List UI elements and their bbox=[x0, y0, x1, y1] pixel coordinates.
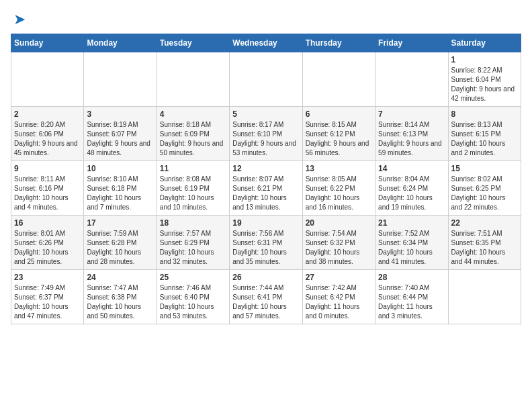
logo: ➤ bbox=[11, 11, 26, 28]
calendar-cell: 3Sunrise: 8:19 AM Sunset: 6:07 PM Daylig… bbox=[84, 107, 157, 161]
calendar-cell: 27Sunrise: 7:42 AM Sunset: 6:42 PM Dayli… bbox=[302, 270, 375, 324]
day-info: Sunrise: 7:51 AM Sunset: 6:35 PM Dayligh… bbox=[451, 229, 518, 267]
day-number: 13 bbox=[306, 164, 372, 173]
calendar-cell: 13Sunrise: 8:05 AM Sunset: 6:22 PM Dayli… bbox=[302, 161, 375, 216]
day-number: 16 bbox=[14, 218, 81, 228]
day-info: Sunrise: 8:19 AM Sunset: 6:07 PM Dayligh… bbox=[87, 120, 153, 158]
weekday-header-wednesday: Wednesday bbox=[230, 34, 302, 52]
day-number: 9 bbox=[14, 164, 81, 173]
day-info: Sunrise: 8:10 AM Sunset: 6:18 PM Dayligh… bbox=[87, 175, 153, 212]
day-info: Sunrise: 8:01 AM Sunset: 6:26 PM Dayligh… bbox=[14, 229, 81, 267]
weekday-header-monday: Monday bbox=[84, 34, 157, 52]
calendar-cell: 21Sunrise: 7:52 AM Sunset: 6:34 PM Dayli… bbox=[375, 216, 448, 270]
logo-bird-icon: ➤ bbox=[13, 11, 26, 28]
day-number: 25 bbox=[160, 273, 226, 282]
day-number: 7 bbox=[378, 109, 445, 119]
day-info: Sunrise: 8:20 AM Sunset: 6:06 PM Dayligh… bbox=[14, 120, 81, 158]
calendar-cell: 28Sunrise: 7:40 AM Sunset: 6:44 PM Dayli… bbox=[375, 270, 448, 324]
calendar-cell: 19Sunrise: 7:56 AM Sunset: 6:31 PM Dayli… bbox=[230, 216, 302, 270]
calendar-cell: 10Sunrise: 8:10 AM Sunset: 6:18 PM Dayli… bbox=[84, 161, 157, 216]
day-info: Sunrise: 8:17 AM Sunset: 6:10 PM Dayligh… bbox=[232, 120, 299, 158]
calendar-cell: 9Sunrise: 8:11 AM Sunset: 6:16 PM Daylig… bbox=[11, 161, 84, 216]
calendar-cell: 14Sunrise: 8:04 AM Sunset: 6:24 PM Dayli… bbox=[375, 161, 448, 216]
calendar-week-row: 1Sunrise: 8:22 AM Sunset: 6:04 PM Daylig… bbox=[11, 52, 521, 107]
calendar-week-row: 2Sunrise: 8:20 AM Sunset: 6:06 PM Daylig… bbox=[11, 107, 521, 161]
day-number: 21 bbox=[378, 218, 445, 228]
day-number: 22 bbox=[451, 218, 518, 228]
day-info: Sunrise: 7:42 AM Sunset: 6:42 PM Dayligh… bbox=[306, 283, 372, 321]
day-info: Sunrise: 8:04 AM Sunset: 6:24 PM Dayligh… bbox=[378, 175, 445, 212]
weekday-header-friday: Friday bbox=[375, 34, 448, 52]
day-info: Sunrise: 7:57 AM Sunset: 6:29 PM Dayligh… bbox=[160, 229, 226, 267]
day-info: Sunrise: 8:15 AM Sunset: 6:12 PM Dayligh… bbox=[306, 120, 372, 158]
day-number: 11 bbox=[160, 164, 226, 173]
calendar-cell bbox=[448, 270, 521, 324]
calendar-cell: 8Sunrise: 8:13 AM Sunset: 6:15 PM Daylig… bbox=[448, 107, 521, 161]
calendar-cell: 26Sunrise: 7:44 AM Sunset: 6:41 PM Dayli… bbox=[230, 270, 302, 324]
day-info: Sunrise: 8:13 AM Sunset: 6:15 PM Dayligh… bbox=[451, 120, 518, 158]
day-number: 26 bbox=[232, 273, 299, 282]
day-info: Sunrise: 7:46 AM Sunset: 6:40 PM Dayligh… bbox=[160, 283, 226, 321]
calendar-table: SundayMondayTuesdayWednesdayThursdayFrid… bbox=[11, 34, 521, 324]
day-number: 4 bbox=[160, 109, 226, 119]
calendar-cell bbox=[230, 52, 302, 107]
calendar-cell: 25Sunrise: 7:46 AM Sunset: 6:40 PM Dayli… bbox=[157, 270, 229, 324]
weekday-header-sunday: Sunday bbox=[11, 34, 84, 52]
day-number: 15 bbox=[451, 164, 518, 173]
calendar-cell bbox=[84, 52, 157, 107]
calendar-cell: 4Sunrise: 8:18 AM Sunset: 6:09 PM Daylig… bbox=[157, 107, 229, 161]
calendar-cell: 16Sunrise: 8:01 AM Sunset: 6:26 PM Dayli… bbox=[11, 216, 84, 270]
day-number: 2 bbox=[14, 109, 81, 119]
day-info: Sunrise: 8:05 AM Sunset: 6:22 PM Dayligh… bbox=[306, 175, 372, 212]
calendar-cell bbox=[375, 52, 448, 107]
day-info: Sunrise: 8:08 AM Sunset: 6:19 PM Dayligh… bbox=[160, 175, 226, 212]
weekday-header-tuesday: Tuesday bbox=[157, 34, 229, 52]
day-info: Sunrise: 7:40 AM Sunset: 6:44 PM Dayligh… bbox=[378, 283, 445, 321]
day-info: Sunrise: 7:59 AM Sunset: 6:28 PM Dayligh… bbox=[87, 229, 153, 267]
day-info: Sunrise: 8:14 AM Sunset: 6:13 PM Dayligh… bbox=[378, 120, 445, 158]
day-number: 3 bbox=[87, 109, 153, 119]
calendar-cell: 12Sunrise: 8:07 AM Sunset: 6:21 PM Dayli… bbox=[230, 161, 302, 216]
day-number: 27 bbox=[306, 273, 372, 282]
weekday-header-thursday: Thursday bbox=[302, 34, 375, 52]
day-info: Sunrise: 8:18 AM Sunset: 6:09 PM Dayligh… bbox=[160, 120, 226, 158]
calendar-week-row: 23Sunrise: 7:49 AM Sunset: 6:37 PM Dayli… bbox=[11, 270, 521, 324]
day-info: Sunrise: 8:07 AM Sunset: 6:21 PM Dayligh… bbox=[232, 175, 299, 212]
calendar-cell: 22Sunrise: 7:51 AM Sunset: 6:35 PM Dayli… bbox=[448, 216, 521, 270]
day-number: 24 bbox=[87, 273, 153, 282]
day-number: 8 bbox=[451, 109, 518, 119]
day-info: Sunrise: 7:56 AM Sunset: 6:31 PM Dayligh… bbox=[232, 229, 299, 267]
day-info: Sunrise: 8:11 AM Sunset: 6:16 PM Dayligh… bbox=[14, 175, 81, 212]
day-number: 10 bbox=[87, 164, 153, 173]
calendar-cell: 15Sunrise: 8:02 AM Sunset: 6:25 PM Dayli… bbox=[448, 161, 521, 216]
day-number: 1 bbox=[451, 55, 518, 64]
calendar-cell bbox=[11, 52, 84, 107]
day-info: Sunrise: 7:47 AM Sunset: 6:38 PM Dayligh… bbox=[87, 283, 153, 321]
day-number: 14 bbox=[378, 164, 445, 173]
day-info: Sunrise: 7:44 AM Sunset: 6:41 PM Dayligh… bbox=[232, 283, 299, 321]
calendar-week-row: 9Sunrise: 8:11 AM Sunset: 6:16 PM Daylig… bbox=[11, 161, 521, 216]
calendar-cell: 11Sunrise: 8:08 AM Sunset: 6:19 PM Dayli… bbox=[157, 161, 229, 216]
calendar-cell: 18Sunrise: 7:57 AM Sunset: 6:29 PM Dayli… bbox=[157, 216, 229, 270]
day-number: 28 bbox=[378, 273, 445, 282]
day-number: 5 bbox=[232, 109, 299, 119]
day-info: Sunrise: 8:02 AM Sunset: 6:25 PM Dayligh… bbox=[451, 175, 518, 212]
calendar-cell: 5Sunrise: 8:17 AM Sunset: 6:10 PM Daylig… bbox=[230, 107, 302, 161]
day-info: Sunrise: 7:54 AM Sunset: 6:32 PM Dayligh… bbox=[306, 229, 372, 267]
calendar-cell: 24Sunrise: 7:47 AM Sunset: 6:38 PM Dayli… bbox=[84, 270, 157, 324]
calendar-cell: 1Sunrise: 8:22 AM Sunset: 6:04 PM Daylig… bbox=[448, 52, 521, 107]
day-info: Sunrise: 8:22 AM Sunset: 6:04 PM Dayligh… bbox=[451, 66, 518, 103]
day-number: 18 bbox=[160, 218, 226, 228]
calendar-cell: 20Sunrise: 7:54 AM Sunset: 6:32 PM Dayli… bbox=[302, 216, 375, 270]
day-info: Sunrise: 7:49 AM Sunset: 6:37 PM Dayligh… bbox=[14, 283, 81, 321]
page-header: ➤ bbox=[11, 11, 521, 28]
weekday-header-row: SundayMondayTuesdayWednesdayThursdayFrid… bbox=[11, 34, 521, 52]
day-number: 17 bbox=[87, 218, 153, 228]
calendar-cell: 2Sunrise: 8:20 AM Sunset: 6:06 PM Daylig… bbox=[11, 107, 84, 161]
calendar-cell: 23Sunrise: 7:49 AM Sunset: 6:37 PM Dayli… bbox=[11, 270, 84, 324]
calendar-cell: 7Sunrise: 8:14 AM Sunset: 6:13 PM Daylig… bbox=[375, 107, 448, 161]
day-number: 19 bbox=[232, 218, 299, 228]
day-number: 12 bbox=[232, 164, 299, 173]
day-number: 6 bbox=[306, 109, 372, 119]
day-number: 23 bbox=[14, 273, 81, 282]
